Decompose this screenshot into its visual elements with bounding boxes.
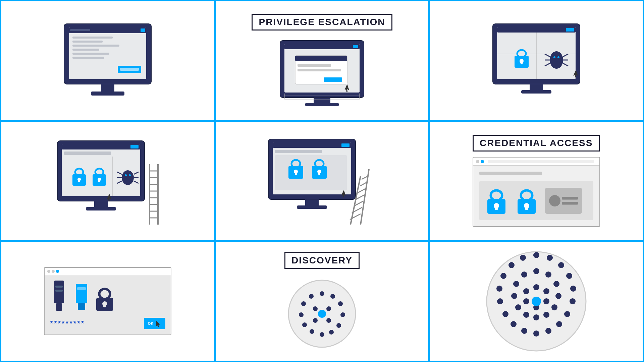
svg-rect-135	[103, 304, 106, 307]
svg-rect-21	[298, 64, 331, 67]
lock-icon-2	[515, 186, 538, 215]
svg-point-168	[502, 311, 508, 317]
svg-rect-58	[64, 152, 111, 155]
svg-point-163	[556, 321, 562, 327]
svg-rect-131	[77, 287, 86, 290]
svg-point-171	[500, 273, 506, 279]
svg-rect-100	[295, 172, 297, 175]
svg-point-148	[301, 301, 306, 306]
svg-point-157	[547, 255, 553, 261]
lock-icon-1	[485, 186, 508, 215]
credential-panel	[473, 157, 600, 227]
svg-rect-93	[273, 142, 351, 148]
svg-point-153	[313, 318, 318, 323]
svg-point-154	[326, 318, 331, 323]
browser-tools-panel: ********* OK	[44, 267, 171, 335]
svg-rect-124	[525, 206, 528, 210]
svg-rect-25	[314, 98, 330, 103]
usb-tool-2	[73, 284, 90, 312]
svg-point-69	[124, 173, 131, 179]
discovery-title: DISCOVERY	[284, 252, 360, 269]
svg-rect-40	[521, 61, 523, 64]
cell-middle-right: CREDENTIAL ACCESS	[429, 121, 643, 241]
svg-point-145	[310, 329, 314, 334]
svg-point-151	[313, 306, 318, 311]
svg-point-159	[566, 273, 572, 279]
svg-rect-14	[91, 92, 124, 96]
svg-rect-133	[99, 289, 110, 299]
monitor-lock-bug-illustration	[486, 20, 587, 101]
svg-rect-17	[284, 44, 360, 49]
svg-rect-56	[62, 144, 140, 149]
svg-rect-127	[55, 286, 63, 288]
svg-line-112	[358, 188, 366, 193]
svg-point-152	[326, 306, 331, 311]
svg-rect-80	[86, 207, 116, 210]
svg-point-164	[545, 328, 551, 334]
svg-point-42	[552, 55, 560, 62]
svg-point-167	[511, 321, 517, 327]
svg-point-180	[533, 314, 539, 320]
svg-point-140	[338, 301, 343, 306]
privilege-escalation-title: PRIVILEGE ESCALATION	[252, 14, 392, 31]
svg-rect-10	[72, 57, 104, 59]
svg-rect-13	[101, 84, 114, 92]
credential-access-title: CREDENTIAL ACCESS	[473, 135, 600, 152]
svg-rect-63	[78, 179, 80, 182]
svg-rect-79	[94, 201, 108, 207]
svg-point-179	[543, 312, 549, 318]
svg-rect-67	[98, 179, 100, 182]
submit-button[interactable]: OK	[144, 318, 166, 329]
svg-point-176	[553, 281, 559, 287]
cell-top-center: PRIVILEGE ESCALATION	[215, 1, 429, 121]
monitor-dialog-illustration	[273, 37, 371, 108]
svg-rect-128	[55, 290, 63, 292]
svg-point-189	[523, 298, 529, 304]
svg-point-182	[515, 304, 521, 310]
svg-rect-104	[318, 172, 320, 175]
svg-point-181	[523, 312, 529, 318]
svg-rect-9	[72, 53, 109, 55]
svg-point-192	[532, 297, 541, 306]
svg-rect-107	[297, 205, 327, 209]
id-card	[545, 188, 582, 214]
svg-point-143	[329, 330, 334, 335]
svg-rect-34	[566, 28, 574, 32]
svg-point-185	[521, 272, 527, 278]
svg-point-172	[508, 262, 515, 268]
cell-middle-center	[215, 121, 429, 241]
svg-rect-57	[130, 145, 139, 148]
svg-point-187	[533, 284, 539, 290]
svg-marker-136	[156, 320, 160, 327]
cell-bottom-left: ********* OK	[1, 241, 215, 361]
svg-point-160	[570, 286, 576, 292]
cell-bottom-center: DISCOVERY	[215, 241, 429, 361]
svg-rect-7	[72, 45, 119, 47]
svg-rect-12	[120, 68, 139, 71]
cell-top-left	[1, 1, 215, 121]
svg-rect-20	[295, 56, 347, 61]
cell-top-right	[429, 1, 643, 121]
monitor-locks-bug-ladder-illustration	[51, 137, 165, 225]
svg-point-158	[558, 262, 564, 268]
discovery-circle-large	[483, 248, 590, 355]
svg-point-76	[125, 174, 127, 176]
svg-point-188	[543, 288, 549, 294]
discovery-circle-small	[285, 277, 359, 351]
svg-rect-53	[521, 90, 551, 94]
svg-point-165	[533, 330, 539, 337]
svg-rect-18	[353, 45, 358, 48]
svg-rect-94	[341, 143, 350, 147]
usb-tool-1	[50, 281, 68, 312]
svg-point-169	[497, 298, 503, 304]
svg-rect-6	[72, 41, 103, 43]
svg-point-173	[520, 255, 526, 261]
svg-point-178	[551, 304, 557, 310]
svg-rect-33	[497, 27, 576, 33]
svg-rect-95	[275, 150, 322, 153]
svg-point-166	[521, 328, 527, 334]
svg-rect-130	[78, 303, 85, 310]
svg-point-190	[543, 298, 549, 304]
svg-rect-22	[298, 69, 341, 71]
svg-point-156	[533, 252, 539, 258]
